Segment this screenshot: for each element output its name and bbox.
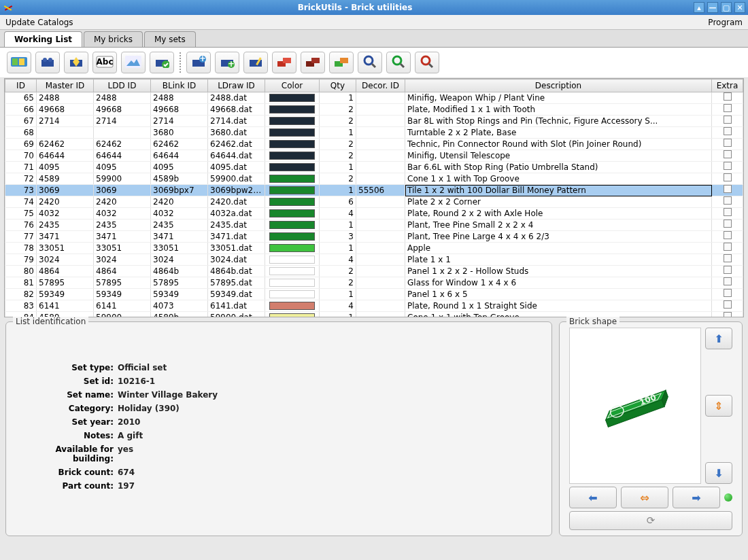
catalog-button[interactable]	[7, 52, 31, 73]
picture-button[interactable]	[121, 52, 146, 73]
tab-my-bricks[interactable]: My bricks	[84, 31, 143, 47]
brick-blue-button[interactable]	[35, 52, 60, 73]
table-row[interactable]: 844589599004589b59900.dat1Cone 1 x 1 wit…	[5, 312, 743, 318]
cell	[356, 208, 405, 220]
close-icon[interactable]: ✕	[734, 2, 745, 13]
refresh-button[interactable]: ⟳	[569, 511, 732, 530]
minimize-icon[interactable]: —	[707, 2, 718, 13]
rotate-down-button[interactable]: ⬇	[705, 462, 732, 484]
extra-checkbox[interactable]	[724, 162, 732, 170]
cell	[356, 254, 405, 266]
table-row[interactable]: 73306930693069bpx73069bpw2....155506Tile…	[5, 185, 743, 196]
menu-program[interactable]: Program	[708, 18, 743, 27]
rotate-vertical-button[interactable]: ⇕	[705, 395, 732, 417]
extra-checkbox[interactable]	[724, 139, 732, 147]
table-row[interactable]: 6649668496684966849668.dat2Plate, Modifi…	[5, 104, 743, 116]
table-row[interactable]: 724589599004589b59900.dat2Cone 1 x 1 wit…	[5, 173, 743, 185]
cell: 6141	[37, 300, 94, 312]
extra-checkbox[interactable]	[724, 196, 732, 205]
column-header[interactable]: Decor. ID	[356, 80, 405, 92]
cell: 67	[5, 116, 37, 127]
multicolor-bricks-button[interactable]	[329, 52, 354, 73]
magnify-blue-button[interactable]	[358, 52, 382, 73]
extra-checkbox[interactable]	[724, 254, 732, 262]
column-header[interactable]: Description	[405, 80, 712, 92]
column-header[interactable]: Color	[265, 80, 320, 92]
red-bricks-button[interactable]	[272, 52, 296, 73]
extra-checkbox[interactable]	[724, 208, 732, 216]
table-row[interactable]: 7064644646446464464644.dat2Minifig, Uten…	[5, 150, 743, 162]
extra-checkbox[interactable]	[724, 300, 732, 309]
cell: 80	[5, 266, 37, 277]
info-row: Category:Holiday (390)	[18, 404, 542, 413]
extra-checkbox[interactable]	[724, 220, 732, 228]
extra-checkbox[interactable]	[724, 127, 732, 135]
table-row[interactable]: 836141614140736141.dat4Plate, Round 1 x …	[5, 300, 743, 312]
table-row[interactable]: 8157895578955789557895.dat2Glass for Win…	[5, 277, 743, 289]
brick-add-icon: +	[191, 56, 206, 70]
brick-plus-button[interactable]: +	[215, 52, 239, 73]
table-row[interactable]: 6962462624626246262462.dat2Technic, Pin …	[5, 139, 743, 150]
parts-table-container[interactable]: IDMaster IDLDD IDBLink IDLDraw IDColorQt…	[4, 78, 744, 317]
table-row[interactable]: 793024302430243024.dat4Plate 1 x 1	[5, 254, 743, 266]
minimize-step-icon[interactable]: ▴	[694, 2, 704, 13]
rotate-up-button[interactable]: ⬆	[705, 328, 732, 349]
extra-checkbox[interactable]	[724, 150, 732, 158]
extra-checkbox[interactable]	[724, 185, 732, 193]
cell: 2	[320, 150, 356, 162]
table-row[interactable]: 8259349593495934959349.dat1Panel 1 x 6 x…	[5, 289, 743, 300]
color-swatch-icon	[269, 186, 315, 194]
table-row[interactable]: 762435243524352435.dat1Plant, Tree Pine …	[5, 220, 743, 231]
brick-edit-button[interactable]	[243, 52, 268, 73]
color-cell	[265, 92, 320, 104]
column-header[interactable]: Extra	[712, 80, 743, 92]
column-header[interactable]: LDraw ID	[208, 80, 265, 92]
menu-update-catalogs[interactable]: Update Catalogs	[5, 18, 73, 27]
extra-checkbox[interactable]	[724, 231, 732, 239]
tab-my-sets[interactable]: My sets	[144, 31, 196, 47]
cell: 2488	[37, 92, 94, 104]
cell: 62462	[151, 139, 208, 150]
column-header[interactable]: LDD ID	[94, 80, 151, 92]
extra-checkbox[interactable]	[724, 116, 732, 124]
cell: 3024.dat	[208, 254, 265, 266]
table-row[interactable]: 80486448644864b4864b.dat2Panel 1 x 2 x 2…	[5, 266, 743, 277]
info-row: Set id:10216-1	[18, 377, 542, 386]
table-row[interactable]: 6836803680.dat1Turntable 2 x 2 Plate, Ba…	[5, 127, 743, 139]
column-header[interactable]: ID	[5, 80, 37, 92]
brick-diamond-button[interactable]	[64, 52, 88, 73]
rotate-horizontal-button[interactable]: ⇔	[621, 487, 668, 508]
extra-checkbox[interactable]	[724, 104, 732, 112]
cell: 57895.dat	[208, 277, 265, 289]
description-cell: Technic, Pin Connector Round with Slot (…	[405, 139, 712, 150]
extra-checkbox[interactable]	[724, 266, 732, 274]
table-row[interactable]: 742420242024202420.dat6Plate 2 x 2 Corne…	[5, 196, 743, 208]
extra-checkbox[interactable]	[724, 92, 732, 101]
maximize-icon[interactable]: ▢	[721, 2, 732, 13]
extra-checkbox[interactable]	[724, 173, 732, 181]
extra-checkbox[interactable]	[724, 277, 732, 285]
table-row[interactable]: 754032403240324032a.dat4Plate, Round 2 x…	[5, 208, 743, 220]
cell: 2420	[37, 196, 94, 208]
magnify-green-button[interactable]	[386, 52, 411, 73]
table-row[interactable]: 672714271427142714.dat2Bar 8L with Stop …	[5, 116, 743, 127]
tab-working-list[interactable]: Working List	[4, 31, 82, 47]
column-header[interactable]: Qty	[320, 80, 356, 92]
rotate-right-button[interactable]: ➡	[673, 487, 720, 508]
cell: 49668	[37, 104, 94, 116]
brick-add-button[interactable]: +	[186, 52, 211, 73]
extra-checkbox[interactable]	[724, 243, 732, 251]
dark-red-bricks-button[interactable]	[301, 52, 325, 73]
abc-button[interactable]: Abc	[92, 52, 117, 73]
table-row[interactable]: 652488248824882488.dat1Minifig, Weapon W…	[5, 92, 743, 104]
extra-checkbox[interactable]	[724, 312, 732, 317]
table-row[interactable]: 714095409540954095.dat1Bar 6.6L with Sto…	[5, 162, 743, 173]
column-header[interactable]: BLink ID	[151, 80, 208, 92]
check-green-button[interactable]	[150, 52, 174, 73]
extra-checkbox[interactable]	[724, 289, 732, 297]
column-header[interactable]: Master ID	[37, 80, 94, 92]
table-row[interactable]: 773471347134713471.dat3Plant, Tree Pine …	[5, 231, 743, 243]
table-row[interactable]: 7833051330513305133051.dat1Apple	[5, 243, 743, 254]
rotate-left-button[interactable]: ⬅	[569, 487, 617, 508]
magnify-red-button[interactable]	[415, 52, 439, 73]
